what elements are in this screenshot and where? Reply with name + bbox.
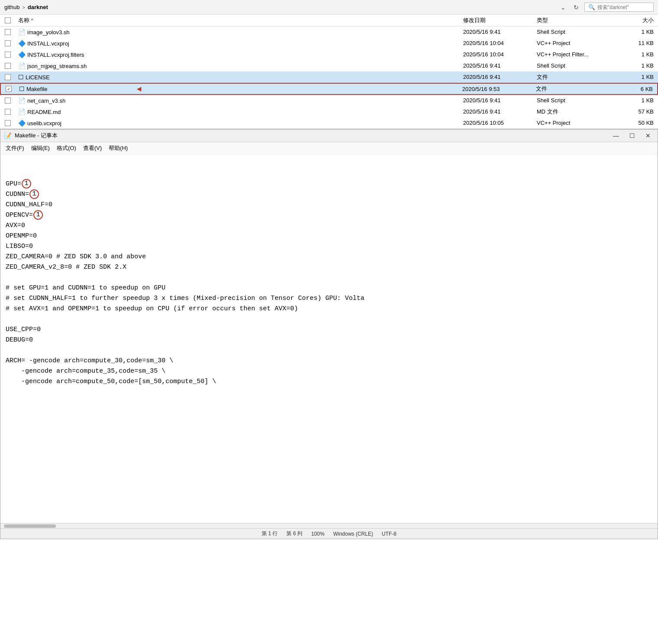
table-row[interactable]: 📄README.md2020/5/16 9:41MD 文件57 KB — [0, 106, 658, 117]
row-type-col: 文件 — [537, 73, 623, 81]
row-checkbox[interactable] — [5, 120, 11, 126]
row-size-col: 1 KB — [623, 97, 658, 104]
content-line-10: # set GPU=1 and CUDNN=1 to speedup on GP… — [6, 283, 652, 293]
notepad-content[interactable]: GPU=1CUDNN=1CUDNN_HALF=0OPENCV=1AVX=0OPE… — [0, 155, 658, 523]
red-arrow: ◄ — [135, 85, 143, 94]
scrollbar-thumb[interactable] — [4, 524, 56, 528]
row-size-col: 6 KB — [622, 86, 657, 92]
breadcrumb-github[interactable]: github — [4, 4, 19, 10]
notepad-statusbar: 第 1 行第 6 列100%Windows (CRLE)UTF-8 — [0, 528, 658, 539]
row-name-col: ☐LICENSE — [16, 74, 463, 81]
search-input[interactable] — [597, 4, 649, 10]
breadcrumb: github > darknet ⌄ ↻ 🔍 — [0, 0, 658, 15]
minimize-btn[interactable]: — — [609, 132, 622, 140]
content-line-19: -gencode arch=compute_50,code=[sm_50,com… — [6, 377, 652, 387]
row-size-col: 50 KB — [623, 120, 658, 126]
table-row[interactable]: 🔷INSTALL.vcxproj.filters2020/5/16 10:04V… — [0, 49, 658, 60]
menu-item-3[interactable]: 查看(V) — [80, 143, 105, 153]
notepad-titlebar: 📝 Makefile - 记事本 — ☐ ✕ — [0, 130, 658, 142]
file-name-text: INSTALL.vcxproj — [27, 40, 69, 47]
row-date-col: 2020/5/16 9:41 — [463, 62, 537, 69]
menu-item-0[interactable]: 文件(F) — [2, 143, 28, 153]
row-check-col — [0, 98, 16, 104]
row-size-col: 1 KB — [623, 51, 658, 58]
file-table-header: 名称 ^ 修改日期 类型 大小 — [0, 15, 658, 26]
content-line-13 — [6, 314, 652, 325]
refresh-btn[interactable]: ↻ — [571, 3, 581, 12]
table-row[interactable]: 🔷INSTALL.vcxproj2020/5/16 10:04VC++ Proj… — [0, 38, 658, 49]
row-check-col — [0, 52, 16, 58]
col-type-header[interactable]: 类型 — [537, 16, 623, 24]
notepad-title-icon: 📝 — [4, 132, 11, 139]
table-row[interactable]: 🔷uselib.vcxproj2020/5/16 10:05VC++ Proje… — [0, 117, 658, 129]
statusbar-item-2: 100% — [311, 531, 324, 537]
circle-cudnn: 1 — [29, 189, 39, 199]
breadcrumb-separator: > — [22, 5, 25, 10]
row-date-col: 2020/5/16 9:41 — [463, 29, 537, 35]
row-size-col: 57 KB — [623, 108, 658, 115]
file-name-text: LICENSE — [26, 74, 50, 81]
maximize-btn[interactable]: ☐ — [626, 132, 639, 140]
file-name-text: README.md — [27, 109, 61, 115]
circle-opencv: 1 — [33, 210, 43, 220]
row-checkbox[interactable] — [5, 74, 11, 80]
table-row[interactable]: ✓☐Makefile2020/5/16 9:53文件6 KB◄ — [0, 83, 658, 95]
row-checkbox[interactable] — [5, 29, 11, 35]
content-line-4: AVX=0 — [6, 221, 652, 231]
search-icon: 🔍 — [588, 4, 595, 10]
row-type-col: MD 文件 — [537, 108, 623, 116]
content-line-16 — [6, 345, 652, 356]
row-check-col: ✓ — [1, 86, 16, 92]
row-check-col — [0, 109, 16, 115]
file-icon: 📄 — [18, 108, 26, 115]
horizontal-scrollbar[interactable] — [0, 523, 658, 528]
file-icon: 🔷 — [18, 51, 26, 58]
menu-item-2[interactable]: 格式(O) — [53, 143, 80, 153]
file-name-text: INSTALL.vcxproj.filters — [27, 52, 84, 58]
col-date-header[interactable]: 修改日期 — [463, 16, 537, 24]
file-icon: ☐ — [18, 74, 24, 81]
menu-item-4[interactable]: 帮助(H) — [105, 143, 131, 153]
row-date-col: 2020/5/16 9:53 — [462, 86, 536, 92]
row-checkbox[interactable] — [5, 63, 11, 69]
row-checkbox[interactable] — [5, 52, 11, 58]
content-line-9 — [6, 273, 652, 283]
file-icon: ☐ — [19, 85, 25, 92]
file-name-text: image_yolov3.sh — [27, 29, 70, 36]
file-name-text: Makefile — [26, 86, 47, 92]
row-date-col: 2020/5/16 10:05 — [463, 120, 537, 126]
file-name-text: uselib.vcxproj — [27, 120, 62, 127]
table-row[interactable]: 📄net_cam_v3.sh2020/5/16 9:41Shell Script… — [0, 95, 658, 106]
content-line-2: CUDNN_HALF=0 — [6, 200, 652, 210]
close-btn[interactable]: ✕ — [642, 132, 654, 140]
table-row[interactable]: ☐LICENSE2020/5/16 9:41文件1 KB — [0, 72, 658, 83]
row-checkbox[interactable] — [5, 40, 11, 46]
row-type-col: Shell Script — [537, 97, 623, 104]
row-check-col — [0, 74, 16, 80]
file-explorer: github > darknet ⌄ ↻ 🔍 名称 ^ 修改日期 类型 大小 — [0, 0, 658, 129]
content-line-14: USE_CPP=0 — [6, 325, 652, 335]
dropdown-btn[interactable]: ⌄ — [558, 3, 568, 12]
content-line-7: ZED_CAMERA=0 # ZED SDK 3.0 and above — [6, 252, 652, 262]
row-name-col: 📄json_mjpeg_streams.sh — [16, 62, 463, 69]
row-checkbox[interactable] — [5, 109, 11, 115]
row-type-col: 文件 — [536, 85, 622, 93]
row-checkbox[interactable]: ✓ — [6, 86, 12, 92]
row-check-col — [0, 29, 16, 35]
table-row[interactable]: 📄json_mjpeg_streams.sh2020/5/16 9:41Shel… — [0, 60, 658, 72]
row-name-col: 🔷INSTALL.vcxproj — [16, 40, 463, 47]
content-line-3: OPENCV=1 — [6, 210, 652, 221]
statusbar-item-0: 第 1 行 — [262, 530, 278, 537]
file-icon: 🔷 — [18, 40, 26, 47]
notepad-title-text: Makefile - 记事本 — [15, 132, 606, 140]
col-name-header[interactable]: 名称 ^ — [16, 16, 463, 24]
header-checkbox[interactable] — [5, 17, 11, 23]
breadcrumb-darknet[interactable]: darknet — [28, 4, 48, 10]
row-checkbox[interactable] — [5, 98, 11, 104]
col-size-header[interactable]: 大小 — [623, 16, 658, 24]
row-date-col: 2020/5/16 9:41 — [463, 97, 537, 104]
table-row[interactable]: 📄image_yolov3.sh2020/5/16 9:41Shell Scri… — [0, 26, 658, 38]
row-name-col: 📄net_cam_v3.sh — [16, 97, 463, 104]
search-box[interactable]: 🔍 — [584, 3, 654, 12]
menu-item-1[interactable]: 编辑(E) — [28, 143, 53, 153]
